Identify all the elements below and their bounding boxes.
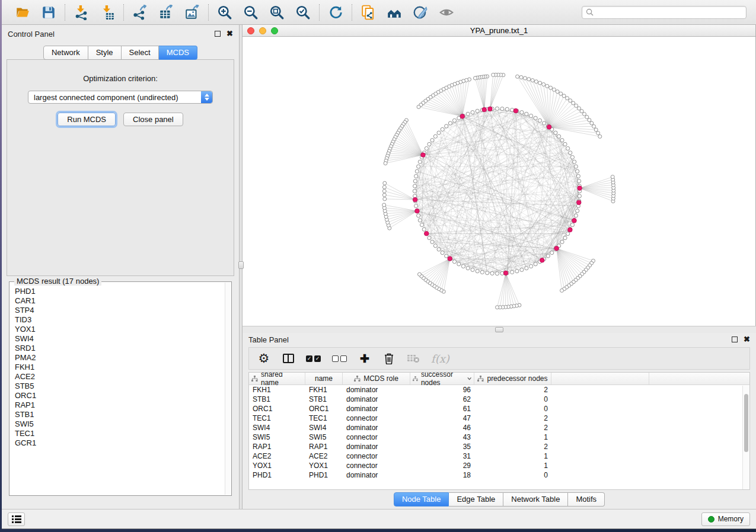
clone-network-button[interactable] (360, 4, 377, 21)
mcds-result-item[interactable]: STP4 (15, 306, 225, 315)
select-all-columns-button[interactable]: ✓✓ (306, 351, 321, 366)
export-table-button[interactable] (158, 4, 174, 21)
horizontal-splitter[interactable] (243, 326, 756, 333)
table-row[interactable]: ACE2ACE2connector311 (249, 451, 749, 461)
cell-successor-nodes: 96 (410, 386, 474, 394)
zoom-selected-button[interactable] (295, 4, 311, 21)
tab-select[interactable]: Select (122, 46, 159, 60)
float-panel-icon[interactable] (732, 336, 738, 342)
column-header-successor-nodes[interactable]: successor nodes (410, 373, 474, 384)
network-window-titlebar[interactable]: YPA_prune.txt_1 (243, 25, 755, 37)
node-table-body[interactable]: FKH1FKH1dominator962STB1STB1dominator620… (249, 385, 749, 480)
tab-network[interactable]: Network (43, 46, 88, 60)
mcds-result-item[interactable]: ORC1 (15, 391, 225, 400)
table-row[interactable]: RAP1RAP1dominator352 (249, 442, 749, 451)
mcds-result-item[interactable]: TEC1 (15, 429, 225, 438)
run-mcds-button[interactable]: Run MCDS (58, 113, 116, 126)
close-panel-button[interactable]: Close panel (123, 113, 183, 126)
column-header-MCDS-role[interactable]: MCDS role (343, 373, 410, 384)
save-session-button[interactable] (40, 4, 57, 21)
tab-motifs[interactable]: Motifs (568, 492, 605, 507)
mcds-result-item[interactable]: STB5 (15, 382, 225, 391)
mcds-result-item[interactable]: STB1 (15, 410, 225, 419)
mcds-result-item[interactable]: PMA2 (15, 353, 225, 363)
table-row[interactable]: ORC1ORC1dominator610 (249, 404, 749, 414)
table-row[interactable]: PHD1PHD1dominator180 (249, 470, 749, 480)
cell-name: SWI5 (305, 433, 343, 441)
window-minimize-button[interactable] (259, 27, 266, 34)
mcds-result-item[interactable]: CAR1 (15, 296, 225, 306)
table-row[interactable]: FKH1FKH1dominator962 (249, 385, 749, 395)
search-field[interactable] (582, 6, 747, 19)
mcds-result-item[interactable]: ACE2 (15, 372, 225, 382)
table-settings-button[interactable]: ⚙ (257, 351, 270, 366)
table-row[interactable]: TEC1TEC1connector472 (249, 414, 749, 423)
memory-button[interactable]: Memory (701, 512, 750, 526)
zoom-fit-button[interactable] (269, 4, 285, 21)
show-column-panel-button[interactable] (282, 351, 295, 366)
apply-layout-button[interactable] (327, 4, 344, 21)
mcds-result-item[interactable]: PHD1 (15, 287, 225, 296)
open-file-button[interactable] (14, 4, 31, 21)
node-table: shared namenameMCDS rolesuccessor nodesp… (248, 372, 750, 490)
show-log-console-button[interactable] (8, 512, 25, 526)
cell-name: RAP1 (305, 443, 343, 451)
save-icon (41, 5, 56, 20)
mcds-result-list[interactable]: PHD1CAR1STP4TID3YOX1SWI4SRD1PMA2FKH1ACE2… (9, 282, 225, 495)
mcds-list-scrollbar[interactable] (225, 283, 231, 495)
tab-node-table[interactable]: Node Table (394, 492, 449, 507)
scrollbar-thumb[interactable] (744, 394, 748, 452)
search-input[interactable] (596, 8, 742, 17)
table-row[interactable]: STB1STB1dominator620 (249, 395, 749, 404)
table-row[interactable]: SWI4SWI4dominator462 (249, 423, 749, 432)
close-panel-icon[interactable]: ✖ (227, 31, 233, 37)
column-header-name[interactable]: name (305, 373, 343, 384)
close-panel-icon[interactable]: ✖ (744, 336, 750, 342)
table-scrollbar[interactable] (742, 386, 749, 489)
mcds-result-item[interactable]: TID3 (15, 315, 225, 325)
import-network-button[interactable] (73, 4, 90, 21)
zoom-out-button[interactable] (243, 4, 259, 21)
network-canvas[interactable] (243, 37, 755, 326)
cell-name: FKH1 (305, 386, 343, 394)
tab-edge-table[interactable]: Edge Table (449, 492, 503, 507)
import-table-button[interactable] (99, 4, 116, 21)
window-close-button[interactable] (247, 27, 254, 34)
tab-mcds[interactable]: MCDS (159, 46, 197, 60)
control-panel-tabs: NetworkStyleSelectMCDS (2, 46, 239, 60)
float-panel-icon[interactable] (215, 31, 221, 37)
splitter-grip[interactable] (495, 327, 503, 332)
mcds-result-item[interactable]: YOX1 (15, 325, 225, 334)
cell-name: YOX1 (305, 462, 343, 470)
mcds-result-item[interactable]: RAP1 (15, 400, 225, 410)
window-zoom-button[interactable] (271, 27, 278, 34)
export-network-button[interactable] (132, 4, 148, 21)
mcds-result-item[interactable]: SWI5 (15, 419, 225, 429)
vertical-splitter[interactable] (239, 25, 243, 509)
houses-button[interactable] (386, 4, 403, 21)
cell-shared-name: ORC1 (249, 405, 305, 413)
cell-predecessor-nodes: 2 (474, 414, 551, 422)
mcds-result-item[interactable]: SWI4 (15, 334, 225, 344)
mcds-result-item[interactable]: SRD1 (15, 344, 225, 353)
tab-style[interactable]: Style (88, 46, 122, 60)
vizmapper-button[interactable] (412, 4, 429, 21)
column-header-predecessor-nodes[interactable]: predecessor nodes (474, 373, 551, 384)
mcds-result-item[interactable]: GCR1 (15, 438, 225, 448)
optimization-criterion-select[interactable]: largest connected component (undirected) (28, 91, 213, 104)
column-header-filler (551, 373, 649, 384)
memory-label: Memory (718, 515, 744, 523)
zoom-in-button[interactable] (216, 4, 233, 21)
mcds-result-item[interactable]: FKH1 (15, 363, 225, 372)
unselect-all-columns-button[interactable] (332, 351, 347, 366)
tab-network-table[interactable]: Network Table (503, 492, 568, 507)
table-row[interactable]: YOX1YOX1connector291 (249, 461, 749, 470)
columns-icon (283, 354, 294, 363)
splitter-grip[interactable] (238, 261, 244, 269)
table-row[interactable]: SWI5SWI5connector431 (249, 432, 749, 442)
create-column-button[interactable]: ✚ (358, 351, 371, 366)
eye-button[interactable] (438, 4, 455, 21)
delete-column-button[interactable] (382, 351, 395, 366)
export-image-button[interactable] (184, 4, 200, 21)
column-header-shared-name[interactable]: shared name (249, 373, 305, 384)
